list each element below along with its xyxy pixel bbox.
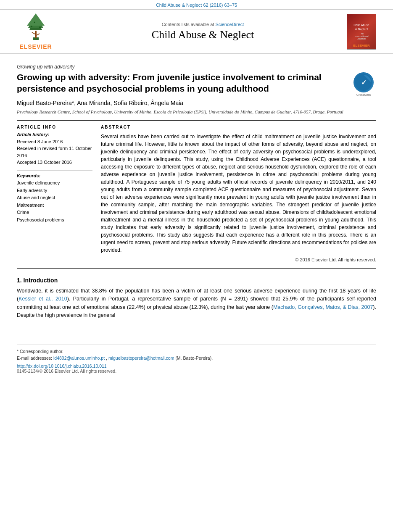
article-info-column: ARTICLE INFO Article history: Received 8…	[17, 125, 92, 262]
authors: Miguel Basto-Pereira*, Ana Miranda, Sofi…	[17, 100, 376, 106]
elsevier-brand: ELSEVIER	[19, 43, 52, 50]
abstract-column: ABSTRACT Several studies have been carri…	[101, 125, 376, 262]
machado-citation[interactable]: Machado, Gonçalves, Matos, & Dias, 2007	[273, 304, 373, 310]
issn-text: 0145-2134/© 2016 Elsevier Ltd. All right…	[17, 369, 376, 374]
journal-title-area: Contents lists available at ScienceDirec…	[63, 22, 343, 41]
article-info-abstract: ARTICLE INFO Article history: Received 8…	[17, 125, 376, 262]
abstract-title: ABSTRACT	[101, 125, 376, 129]
article-content: Growing up with adversity Growing up wit…	[0, 54, 393, 374]
elsevier-logo-area: ELSEVIER	[8, 13, 63, 50]
accepted-date: Accepted 13 October 2016	[17, 159, 92, 166]
svg-text:✓: ✓	[361, 79, 367, 86]
divider-1	[17, 120, 376, 121]
svg-point-6	[39, 26, 41, 28]
introduction-text: Worldwide, it is estimated that 38.8% of…	[17, 287, 376, 320]
email-suffix: (M. Basto-Pereira).	[175, 356, 213, 361]
introduction-heading: 1. Introduction	[17, 277, 376, 284]
email-1[interactable]: id4802@alunos.uminho.pt	[53, 356, 105, 361]
keyword-2: Abuse and neglect	[17, 194, 92, 202]
cover-title: Child Abuse& Neglect	[353, 23, 369, 31]
journal-header: ELSEVIER Contents lists available at Sci…	[0, 9, 393, 54]
divider-keywords	[17, 170, 92, 171]
email-separator: ,	[106, 356, 107, 361]
history-label: Article history:	[17, 132, 92, 137]
keyword-4: Crime	[17, 209, 92, 216]
svg-line-9	[37, 34, 40, 35]
received-revised-date: Received in revised form 11 October 2016	[17, 145, 92, 159]
journal-cover: Child Abuse& Neglect TheInternationalJou…	[347, 14, 376, 50]
keyword-3: Maltreatment	[17, 202, 92, 209]
svg-marker-4	[27, 13, 45, 26]
journal-title: Child Abuse & Neglect	[63, 29, 343, 41]
sciencedirect-line: Contents lists available at ScienceDirec…	[63, 22, 343, 27]
keyword-0: Juvenile delinquency	[17, 179, 92, 187]
svg-rect-1	[35, 31, 37, 38]
cover-subtitle: TheInternationalJournal	[354, 32, 368, 40]
introduction-section: 1. Introduction Worldwide, it is estimat…	[17, 277, 376, 320]
affiliation: Psychology Research Centre, School of Ps…	[17, 109, 376, 115]
email-footnote: E-mail addresses: id4802@alunos.uminho.p…	[17, 355, 376, 362]
elsevier-logo: ELSEVIER	[8, 13, 63, 50]
crossmark-icon: ✓	[353, 72, 374, 92]
abstract-text: Several studies have been carried out to…	[101, 133, 376, 254]
article-title: Growing up with adversity: From juvenile…	[17, 71, 343, 95]
sciencedirect-link[interactable]: ScienceDirect	[215, 22, 244, 27]
keywords-label: Keywords:	[17, 173, 92, 178]
elsevier-tree-icon	[17, 13, 55, 42]
received-date: Received 8 June 2016	[17, 138, 92, 145]
svg-line-8	[32, 32, 35, 34]
crossmark-badge: ✓ CrossMark	[351, 71, 376, 97]
svg-point-7	[34, 22, 35, 23]
divider-2	[17, 268, 376, 269]
article-title-area: Growing up with adversity: From juvenile…	[17, 71, 376, 95]
keyword-1: Early adversity	[17, 187, 92, 195]
email-2[interactable]: miguelbastopereira@hotmail.com	[108, 356, 174, 361]
corresponding-author: * Corresponding author.	[17, 348, 376, 355]
crossmark-label: CrossMark	[356, 93, 371, 96]
doi-link[interactable]: http://dx.doi.org/10.1016/j.chiabu.2016.…	[17, 363, 376, 369]
footnote-area: * Corresponding author. E-mail addresses…	[17, 345, 376, 374]
journal-cover-area: Child Abuse& Neglect TheInternationalJou…	[343, 14, 380, 50]
crossmark-svg: ✓	[355, 74, 372, 91]
copyright: © 2016 Elsevier Ltd. All rights reserved…	[101, 257, 376, 262]
article-info-title: ARTICLE INFO	[17, 125, 92, 129]
keywords-list: Juvenile delinquency Early adversity Abu…	[17, 179, 92, 224]
cover-elsevier: ELSEVIER	[353, 44, 370, 47]
journal-citation: Child Abuse & Neglect 62 (2016) 63–75	[156, 3, 237, 8]
keyword-5: Psychosocial problems	[17, 216, 92, 224]
svg-point-5	[31, 26, 32, 27]
section-label: Growing up with adversity	[17, 64, 376, 70]
kessler-citation[interactable]: Kessler et al., 2010	[18, 296, 67, 302]
journal-reference: Child Abuse & Neglect 62 (2016) 63–75	[0, 0, 393, 9]
